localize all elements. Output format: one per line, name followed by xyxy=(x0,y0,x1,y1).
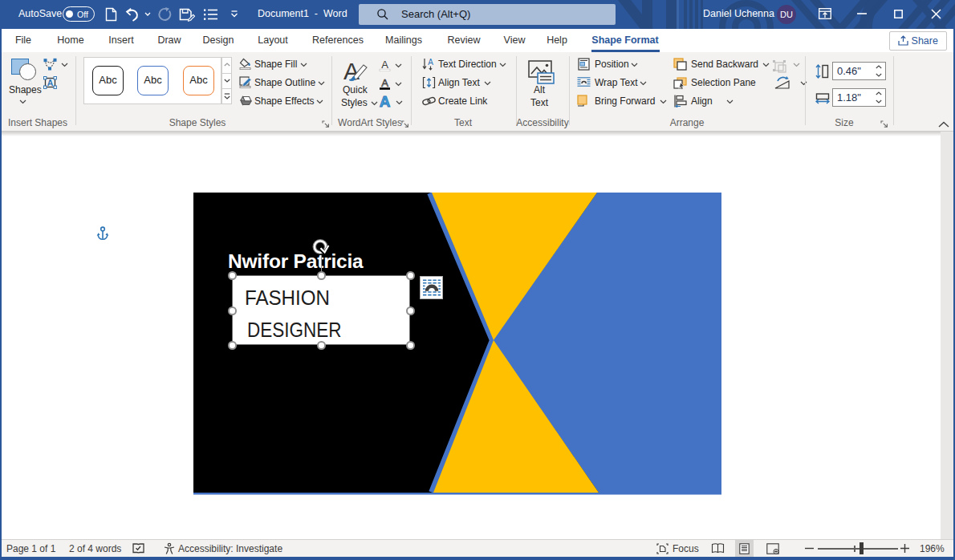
svg-text:A: A xyxy=(428,58,433,67)
svg-text:A: A xyxy=(47,78,54,87)
svg-text:A: A xyxy=(380,94,391,108)
svg-text:A: A xyxy=(381,78,388,89)
